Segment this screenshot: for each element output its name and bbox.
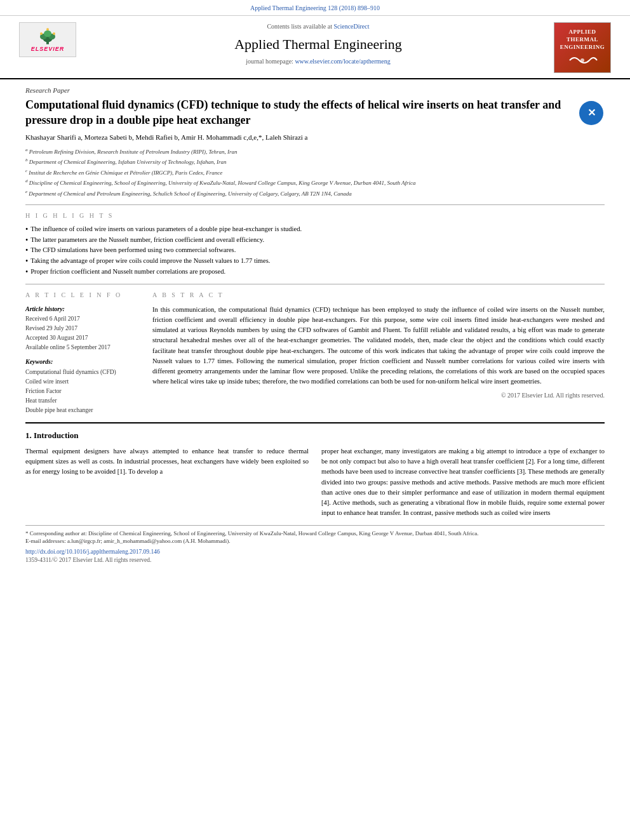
intro-col-2: proper heat exchanger, many investigator… — [321, 446, 605, 519]
abstract-section: A B S T R A C T In this communication, t… — [152, 291, 605, 416]
intro-col1-text: Thermal equipment designers have always … — [25, 448, 309, 476]
highlight-item-4: • Taking the advantage of proper wire co… — [25, 256, 605, 267]
svg-point-5 — [40, 32, 43, 35]
article-info-abstract: A R T I C L E I N F O Article history: R… — [25, 291, 605, 416]
journal-header: ELSEVIER Contents lists available at Sci… — [0, 16, 630, 79]
badge-subtitle1: THERMAL — [566, 36, 598, 44]
highlight-text-1: The influence of coiled wire inserts on … — [30, 225, 302, 234]
journal-citation: Applied Thermal Engineering 128 (2018) 8… — [250, 4, 380, 11]
available-date: Available online 5 September 2017 — [25, 343, 140, 352]
affiliation-c: c Institut de Recherche en Génie Chimiqu… — [25, 168, 605, 178]
issn-line: 1359-4311/© 2017 Elsevier Ltd. All right… — [25, 556, 605, 564]
elsevier-tree-icon — [35, 26, 60, 45]
corresponding-author-note: * Corresponding author at: Discipline of… — [25, 530, 605, 538]
bullet-icon-1: • — [25, 225, 28, 234]
abstract-title: A B S T R A C T — [152, 291, 605, 300]
article-history-label: Article history: — [25, 305, 140, 314]
affiliation-d: d Discipline of Chemical Engineering, Sc… — [25, 178, 605, 188]
authors-text: Khashayar Sharifi a, Morteza Sabeti b, M… — [25, 133, 307, 141]
keywords-list: Computational fluid dynamics (CFD) Coile… — [25, 368, 140, 416]
highlights-section: H I G H L I G H T S • The influence of c… — [25, 211, 605, 277]
highlight-item-2: • The latter parameters are the Nusselt … — [25, 235, 605, 246]
keyword-2: Coiled wire insert — [25, 377, 140, 387]
introduction-section: 1. Introduction Thermal equipment design… — [25, 430, 605, 519]
divider-1 — [25, 204, 605, 205]
journal-badge: APPLIED THERMAL ENGINEERING — [554, 22, 611, 73]
paper-title: Computational fluid dynamics (CFD) techn… — [25, 98, 573, 128]
bullet-icon-2: • — [25, 236, 28, 244]
keyword-3: Friction Factor — [25, 387, 140, 396]
article-info-title: A R T I C L E I N F O — [25, 291, 140, 300]
revised-date: Revised 29 July 2017 — [25, 324, 140, 333]
svg-point-7 — [46, 29, 49, 31]
footnote-section: * Corresponding author at: Discipline of… — [25, 525, 605, 565]
keyword-1: Computational fluid dynamics (CFD) — [25, 368, 140, 377]
homepage-label: journal homepage: — [246, 58, 293, 65]
affiliation-e: e Department of Chemical and Petroleum E… — [25, 189, 605, 199]
paper-title-section: Computational fluid dynamics (CFD) techn… — [25, 98, 605, 128]
affiliation-a: a Petroleum Refining Division, Research … — [25, 147, 605, 157]
highlight-text-2: The latter parameters are the Nusselt nu… — [30, 236, 264, 245]
keyword-4: Heat transfer — [25, 396, 140, 406]
intro-title: 1. Introduction — [25, 430, 605, 441]
keywords-label: Keywords: — [25, 357, 140, 366]
bullet-icon-5: • — [25, 267, 28, 276]
journal-badge-section: APPLIED THERMAL ENGINEERING — [554, 22, 617, 73]
paper-type: Research Paper — [25, 79, 605, 98]
highlight-item-5: • Proper friction coefficient and Nussel… — [25, 267, 605, 277]
highlight-item-3: • The CFD simulations have been performe… — [25, 245, 605, 256]
badge-decoration-icon — [566, 54, 598, 67]
journal-title-section: Contents lists available at ScienceDirec… — [89, 22, 547, 66]
svg-point-8 — [580, 58, 584, 62]
science-direct-label: Contents lists available at ScienceDirec… — [89, 22, 547, 31]
journal-homepage: journal homepage: www.elsevier.com/locat… — [89, 57, 547, 66]
accepted-date: Accepted 30 August 2017 — [25, 334, 140, 342]
article-info: A R T I C L E I N F O Article history: R… — [25, 291, 140, 416]
highlights-title: H I G H L I G H T S — [25, 211, 605, 220]
abstract-text: In this communication, the computational… — [152, 305, 605, 387]
intro-number: 1. — [25, 430, 32, 440]
intro-col2-text: proper heat exchanger, many investigator… — [321, 448, 605, 517]
divider-3 — [25, 422, 605, 423]
svg-point-6 — [53, 32, 55, 35]
journal-title: Applied Thermal Engineering — [89, 35, 547, 55]
bullet-icon-4: • — [25, 257, 28, 265]
bullet-icon-3: • — [25, 246, 28, 255]
highlight-text-3: The CFD simulations have been performed … — [30, 246, 236, 255]
keyword-5: Double pipe heat exchanger — [25, 406, 140, 415]
copyright-notice: © 2017 Elsevier Ltd. All rights reserved… — [152, 391, 605, 400]
affiliations: a Petroleum Refining Division, Research … — [25, 147, 605, 199]
received-date: Received 6 April 2017 — [25, 315, 140, 323]
highlights-list: • The influence of coiled wire inserts o… — [25, 224, 605, 277]
affiliation-b: b Department of Chemical Engineering, Is… — [25, 157, 605, 167]
crossmark-icon: ✕ — [579, 101, 603, 125]
introduction-body: Thermal equipment designers have always … — [25, 446, 605, 519]
badge-subtitle2: ENGINEERING — [560, 44, 605, 51]
homepage-url[interactable]: www.elsevier.com/locate/apthermeng — [295, 58, 390, 65]
main-content: Research Paper Computational fluid dynam… — [0, 79, 630, 564]
crossmark-symbol: ✕ — [587, 106, 596, 120]
elsevier-text: ELSEVIER — [31, 45, 65, 53]
authors: Khashayar Sharifi a, Morteza Sabeti b, M… — [25, 133, 605, 142]
svg-point-4 — [44, 30, 51, 37]
crossmark-section: ✕ — [579, 101, 605, 126]
highlight-item-1: • The influence of coiled wire inserts o… — [25, 224, 605, 235]
journal-citation-bar: Applied Thermal Engineering 128 (2018) 8… — [0, 0, 630, 16]
intro-col-1: Thermal equipment designers have always … — [25, 446, 309, 519]
intro-heading: Introduction — [34, 430, 79, 440]
highlight-text-4: Taking the advantage of proper wire coil… — [30, 257, 270, 266]
elsevier-logo: ELSEVIER — [19, 22, 76, 57]
badge-title: APPLIED — [568, 29, 596, 36]
divider-2 — [25, 284, 605, 284]
elsevier-logo-section: ELSEVIER — [13, 22, 83, 57]
email-note: E-mail addresses: a.lun@irgcp.fr; amir_h… — [25, 537, 605, 545]
highlight-text-5: Proper friction coefficient and Nusselt … — [30, 267, 225, 277]
doi-link[interactable]: http://dx.doi.org/10.1016/j.applthermale… — [25, 548, 605, 556]
science-direct-link[interactable]: ScienceDirect — [333, 23, 369, 30]
